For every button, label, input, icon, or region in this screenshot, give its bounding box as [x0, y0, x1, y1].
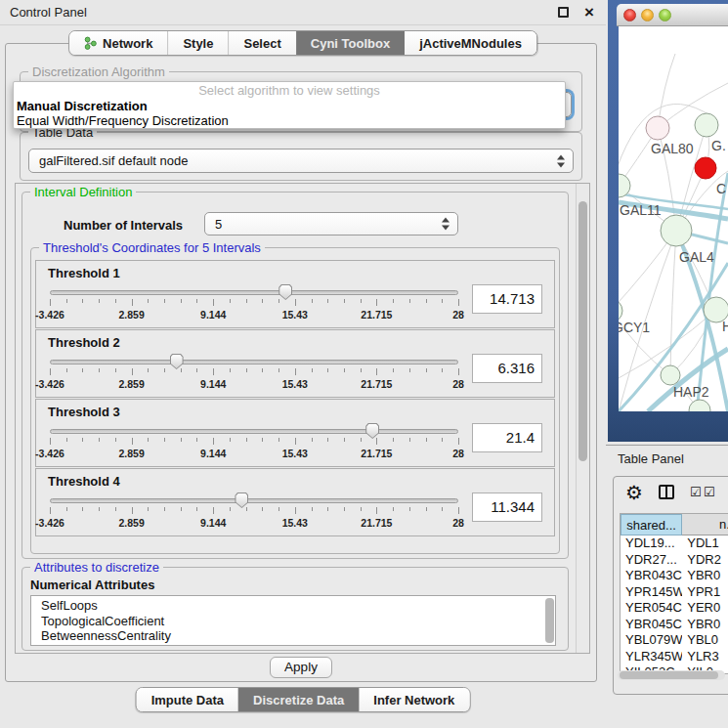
threshold-value-field[interactable]: 14.713: [472, 284, 542, 314]
threshold-slider[interactable]: -3.4262.8599.14415.4321.71528: [50, 421, 458, 464]
mac-close-button-icon[interactable]: [623, 9, 636, 21]
checkbox-icon[interactable]: ☑: [704, 485, 715, 499]
apply-button[interactable]: Apply: [270, 657, 332, 678]
table-cell[interactable]: YBR0: [682, 568, 728, 584]
slider-tick: [164, 438, 165, 442]
slider-tick-label: -3.426: [35, 517, 64, 529]
vertical-scrollbar[interactable]: [576, 184, 589, 653]
slider-tick: [426, 438, 427, 442]
mac-zoom-button-icon[interactable]: [659, 9, 671, 21]
table-cell[interactable]: YDL19...: [621, 535, 682, 552]
number-of-intervals-combobox[interactable]: 5: [204, 212, 458, 236]
slider-thumb[interactable]: [235, 492, 248, 508]
table-row[interactable]: YPR145WYPR1: [621, 584, 728, 601]
table-cell[interactable]: YLR3: [682, 649, 728, 665]
threshold-value-field[interactable]: 21.4: [472, 423, 542, 452]
table-cell[interactable]: YER0: [682, 600, 728, 617]
table-row[interactable]: YLR345WYLR3: [621, 649, 728, 665]
float-window-icon[interactable]: [558, 7, 569, 18]
slider-tick-label: 2.859: [118, 448, 144, 459]
slider-tick: [148, 299, 149, 303]
slider-thumb[interactable]: [170, 354, 184, 369]
numerical-attributes-list[interactable]: SelfLoopsTopologicalCoefficientBetweenne…: [30, 595, 556, 646]
tab-jactivemnodules[interactable]: jActiveMNodules: [405, 31, 536, 55]
threshold-value-field[interactable]: 6.316: [472, 354, 542, 383]
network-canvas[interactable]: GAL80G.CGAL11GAL4GCY1HHAP2: [619, 26, 728, 411]
table-cell[interactable]: YLR345W: [621, 649, 682, 665]
slider-tick: [376, 507, 377, 514]
combo-stepper-icon: [557, 154, 565, 167]
table-cell[interactable]: YBR045C: [621, 617, 682, 633]
slider-tick: [50, 299, 51, 306]
table-cell[interactable]: YER054C: [621, 600, 682, 617]
tab-cyni-toolbox[interactable]: Cyni Toolbox: [296, 31, 405, 55]
table-hscrollbar-thumb[interactable]: [620, 671, 718, 679]
table-row[interactable]: YBL079WYBL0: [621, 632, 728, 649]
table-cell[interactable]: YBR043C: [621, 568, 682, 584]
table-row[interactable]: YBR045CYBR0: [621, 617, 728, 633]
close-icon[interactable]: ×: [584, 0, 594, 24]
table-cell[interactable]: YBL0: [682, 632, 728, 649]
network-node-gal4[interactable]: [661, 215, 692, 246]
table-cell[interactable]: YDR27...: [621, 552, 682, 569]
slider-tick: [262, 507, 263, 511]
table-cell[interactable]: YDL1: [682, 535, 728, 552]
threshold-slider[interactable]: -3.4262.8599.14415.4321.71528: [50, 491, 458, 534]
threshold-slider[interactable]: -3.4262.8599.14415.4321.71528: [50, 282, 458, 325]
tab-select[interactable]: Select: [228, 31, 295, 55]
slider-tick: [66, 299, 67, 303]
table-column-header-2[interactable]: n...: [682, 514, 728, 535]
gear-icon[interactable]: ⚙: [625, 481, 643, 504]
table-horizontal-scrollbar[interactable]: [618, 670, 725, 680]
table-row[interactable]: YDR27...YDR2: [621, 552, 728, 569]
split-columns-icon[interactable]: [659, 485, 674, 499]
table-panel-titlebar: Table Panel: [606, 445, 728, 471]
attribute-item-topologicalcoefficient[interactable]: TopologicalCoefficient: [41, 614, 555, 629]
network-node-c[interactable]: [695, 157, 716, 179]
table-cell[interactable]: YPR145W: [621, 584, 682, 601]
table-row[interactable]: YBR043CYBR0: [621, 568, 728, 584]
slider-track[interactable]: [50, 360, 458, 364]
tab-network[interactable]: Network: [69, 31, 167, 55]
algorithm-option-manual-discretization[interactable]: Manual Discretization: [14, 99, 565, 113]
bottom-tab-infer-network[interactable]: Infer Network: [359, 688, 469, 711]
algorithm-option-equal-width-frequency-discretization[interactable]: Equal Width/Frequency Discretization: [14, 113, 565, 128]
table-cell[interactable]: YBR0: [682, 617, 728, 633]
table-data-combobox[interactable]: galFiltered.sif default node: [28, 149, 574, 173]
node-table: shared...n... YDL19...YDL1YDR27...YDR2YB…: [620, 513, 728, 674]
slider-tick: [327, 507, 328, 511]
table-cell[interactable]: YDR2: [682, 552, 728, 569]
attribute-item-selfloops[interactable]: SelfLoops: [41, 598, 555, 614]
network-edge: [648, 349, 728, 411]
checkbox-icon[interactable]: ☑: [690, 485, 702, 499]
slider-tick: [361, 368, 362, 372]
slider-tick-label: 15.43: [282, 378, 308, 390]
network-node-hap2[interactable]: [661, 365, 680, 385]
table-cell[interactable]: YPR1: [682, 584, 728, 601]
bottom-tab-impute-data[interactable]: Impute Data: [137, 688, 238, 711]
network-node-gal80[interactable]: [646, 116, 669, 140]
attributes-list-scrollbar[interactable]: [545, 598, 554, 643]
table-row[interactable]: YER054CYER0: [621, 600, 728, 617]
vertical-scrollbar-thumb[interactable]: [578, 201, 587, 461]
slider-thumb[interactable]: [365, 423, 379, 439]
attribute-item-betweennesscentrality[interactable]: BetweennessCentrality: [41, 628, 555, 644]
network-node-g[interactable]: [695, 113, 718, 137]
tab-label: Select: [243, 36, 280, 51]
table-column-header-1[interactable]: shared...: [621, 514, 682, 535]
slider-track[interactable]: [50, 429, 458, 434]
network-edge: [670, 231, 676, 375]
slider-track[interactable]: [50, 290, 458, 295]
table-row[interactable]: YDL19...YDL1: [621, 535, 728, 552]
slider-thumb[interactable]: [278, 284, 292, 300]
slider-tick: [196, 438, 197, 442]
slider-track[interactable]: [50, 498, 458, 503]
mac-minimize-button-icon[interactable]: [641, 9, 654, 21]
network-node-label: GCY1: [619, 320, 650, 335]
slider-tick: [361, 299, 362, 303]
tab-style[interactable]: Style: [167, 31, 228, 55]
bottom-tab-discretize-data[interactable]: Discretize Data: [238, 688, 359, 711]
threshold-value-field[interactable]: 11.344: [472, 492, 542, 522]
table-cell[interactable]: YBL079W: [621, 632, 682, 649]
threshold-slider[interactable]: -3.4262.8599.14415.4321.71528: [50, 352, 458, 395]
